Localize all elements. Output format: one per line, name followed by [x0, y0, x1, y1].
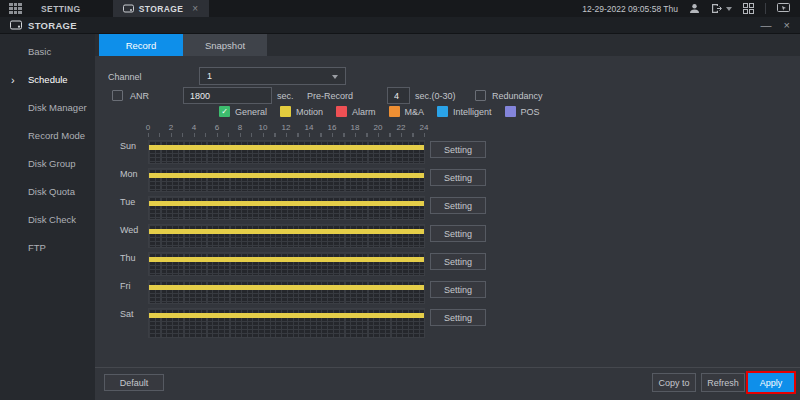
record-snapshot-tabstrip: Record Snapshot [95, 34, 800, 56]
hour-label: 0 [146, 123, 150, 132]
sidebar-item-record-mode[interactable]: Record Mode [0, 122, 95, 150]
legend-label: Motion [296, 107, 323, 117]
dvr-storage-settings-screen: SETTING STORAGE × 12-29-2022 09:05:58 Th… [0, 0, 800, 400]
hour-axis: 024681012141618202224 [148, 123, 424, 132]
schedule-grid-sat[interactable] [148, 308, 425, 338]
anr-unit-label: sec. [277, 91, 294, 101]
motion-bar-wed [149, 229, 424, 234]
window-body: Basic›ScheduleDisk ManagerRecord ModeDis… [0, 34, 800, 400]
schedule-row-mon: MonSetting [95, 168, 800, 192]
tab-storage-label: STORAGE [139, 4, 184, 14]
prerecord-input[interactable] [387, 87, 410, 104]
setting-button-mon[interactable]: Setting [430, 169, 486, 186]
sidebar-item-disk-check[interactable]: Disk Check [0, 206, 95, 234]
legend-checkbox-intelligent[interactable] [437, 106, 448, 117]
legend-item-m-a: M&A [389, 106, 425, 117]
datetime: 12-29-2022 09:05:58 Thu [582, 4, 678, 14]
sidebar-item-ftp[interactable]: FTP [0, 234, 95, 262]
hour-label: 16 [328, 123, 337, 132]
setting-button-sun[interactable]: Setting [430, 141, 486, 158]
day-label: Tue [120, 197, 135, 207]
default-button[interactable]: Default [104, 374, 164, 391]
hour-label: 12 [282, 123, 291, 132]
schedule-row-tue: TueSetting [95, 196, 800, 220]
schedule-grid-tue[interactable] [148, 196, 425, 220]
setting-button-tue[interactable]: Setting [430, 197, 486, 214]
legend-item-general: ✓General [219, 106, 267, 117]
schedule-grid-sun[interactable] [148, 140, 425, 164]
hour-ticks [148, 133, 425, 137]
tab-record[interactable]: Record [99, 34, 183, 56]
window-title-bar: STORAGE — × [0, 17, 800, 34]
day-label: Sat [120, 309, 134, 319]
sidebar-menu: Basic›ScheduleDisk ManagerRecord ModeDis… [0, 34, 95, 400]
channel-select[interactable]: 1 [199, 67, 346, 85]
prerecord-unit-label: sec.(0-30) [415, 91, 456, 101]
hour-label: 24 [420, 123, 429, 132]
setting-button-fri[interactable]: Setting [430, 281, 486, 298]
multi-window-icon[interactable] [743, 3, 754, 14]
close-icon[interactable]: × [784, 20, 790, 30]
sidebar-item-disk-group[interactable]: Disk Group [0, 150, 95, 178]
sidebar-item-schedule[interactable]: ›Schedule [0, 66, 95, 94]
disk-icon [123, 4, 134, 13]
tab-setting[interactable]: SETTING [31, 0, 91, 17]
schedule-grid-thu[interactable] [148, 252, 425, 276]
refresh-button[interactable]: Refresh [701, 373, 745, 392]
schedule-grid-mon[interactable] [148, 168, 425, 192]
schedule-grid-wed[interactable] [148, 224, 425, 248]
schedule-row-sun: SunSetting [95, 140, 800, 164]
anr-duration-input[interactable] [183, 87, 272, 104]
hour-label: 10 [259, 123, 268, 132]
legend-checkbox-pos[interactable] [505, 106, 516, 117]
topbar-separator [765, 3, 766, 14]
display-icon[interactable] [777, 3, 790, 14]
motion-bar-fri [149, 285, 424, 290]
content-pane: Record Snapshot Channel 1 ANR sec. Pre-R… [95, 34, 800, 400]
schedule-row-thu: ThuSetting [95, 252, 800, 276]
day-label: Mon [120, 169, 138, 179]
footer-bar: Default Copy to Refresh Apply [95, 367, 800, 400]
tab-snapshot[interactable]: Snapshot [183, 34, 267, 56]
schedule-grid-fri[interactable] [148, 280, 425, 304]
sidebar-item-basic[interactable]: Basic [0, 38, 95, 66]
apply-button[interactable]: Apply [748, 373, 794, 392]
motion-bar-tue [149, 201, 424, 206]
legend: ✓GeneralMotionAlarmM&AIntelligentPOS [219, 106, 540, 117]
setting-button-thu[interactable]: Setting [430, 253, 486, 270]
sidebar-item-disk-quota[interactable]: Disk Quota [0, 178, 95, 206]
copy-to-button[interactable]: Copy to [652, 373, 696, 392]
anr-label: ANR [130, 91, 149, 101]
setting-button-wed[interactable]: Setting [430, 225, 486, 242]
hour-label: 8 [238, 123, 242, 132]
sidebar-item-label: Disk Manager [28, 102, 87, 113]
active-item-arrow-icon: › [11, 66, 15, 94]
apps-grid-icon[interactable] [9, 3, 22, 14]
sidebar-item-label: Schedule [28, 74, 68, 85]
schedule-row-wed: WedSetting [95, 224, 800, 248]
motion-bar-sat [149, 313, 424, 318]
anr-checkbox[interactable] [112, 90, 123, 101]
tab-storage[interactable]: STORAGE × [113, 0, 209, 17]
tab-close-icon[interactable]: × [192, 3, 198, 14]
legend-checkbox-m-a[interactable] [389, 106, 400, 117]
hour-label: 14 [305, 123, 314, 132]
sidebar-item-label: Disk Group [28, 158, 76, 169]
sidebar-item-label: Record Mode [28, 130, 85, 141]
chevron-down-icon [726, 7, 732, 11]
setting-button-sat[interactable]: Setting [430, 309, 486, 326]
legend-checkbox-motion[interactable] [280, 106, 291, 117]
legend-label: POS [521, 107, 540, 117]
logout-icon[interactable] [711, 3, 732, 14]
hour-label: 18 [351, 123, 360, 132]
redundancy-checkbox[interactable] [475, 90, 486, 101]
legend-item-intelligent: Intelligent [437, 106, 492, 117]
legend-checkbox-alarm[interactable] [336, 106, 347, 117]
minimize-icon[interactable]: — [761, 20, 772, 30]
motion-bar-sun [149, 145, 424, 150]
legend-checkbox-general[interactable]: ✓ [219, 106, 230, 117]
sidebar-item-disk-manager[interactable]: Disk Manager [0, 94, 95, 122]
anr-prerecord-row: ANR sec. Pre-Record sec.(0-30) Redundanc… [95, 87, 800, 105]
hour-label: 20 [374, 123, 383, 132]
user-icon[interactable] [689, 3, 700, 14]
